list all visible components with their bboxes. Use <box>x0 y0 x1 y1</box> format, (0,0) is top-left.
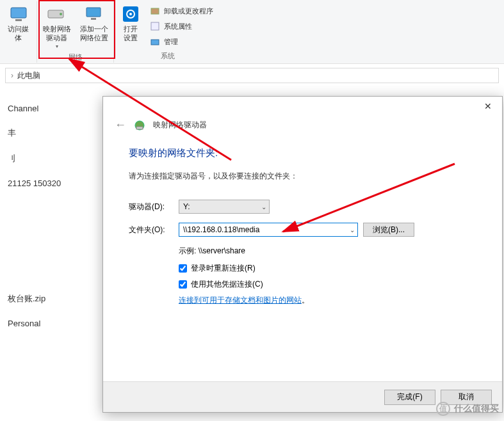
dropdown-chevron-icon: ▾ <box>56 42 58 51</box>
sys-props-label: 系统属性 <box>164 22 192 31</box>
other-credentials-checkbox[interactable] <box>179 280 187 289</box>
svg-rect-10 <box>151 22 159 30</box>
drive-letter-value: Y: <box>183 202 190 211</box>
ribbon-group-media: 访问媒体 <box>0 1 37 63</box>
svg-rect-11 <box>151 40 159 45</box>
svg-rect-4 <box>86 8 101 17</box>
svg-rect-1 <box>15 19 22 21</box>
watermark-badge-icon: 值 <box>436 402 450 416</box>
open-settings-button[interactable]: 打开 设置 <box>117 3 145 50</box>
open-settings-label: 打开 设置 <box>124 24 138 42</box>
close-icon: ✕ <box>484 101 492 111</box>
tools-icon <box>150 36 160 47</box>
breadcrumb-text: 此电脑 <box>17 70 40 81</box>
drive-network-icon <box>134 120 145 131</box>
connect-website-link[interactable]: 连接到可用于存储文档和图片的网站 <box>179 296 302 305</box>
watermark: 值 什么值得买 <box>436 402 499 416</box>
map-network-drive-dialog: ✕ ← 映射网络驱动器 要映射的网络文件夹: 请为连接指定驱动器号，以及你要连接… <box>102 96 503 413</box>
manage-button[interactable]: 管理 <box>150 35 213 49</box>
add-location-label: 添加一个 网络位置 <box>80 24 108 42</box>
link-period: 。 <box>302 296 309 305</box>
uninstall-programs-button[interactable]: 卸载或更改程序 <box>150 4 213 18</box>
dialog-heading: 要映射的网络文件夹: <box>129 147 476 159</box>
browse-button[interactable]: 浏览(B)... <box>363 223 414 237</box>
example-text: 示例: \\server\share <box>179 246 476 257</box>
ribbon-group-system: 打开 设置 卸载或更改程序 系统属性 管理 系统 <box>114 1 221 63</box>
reconnect-checkbox[interactable] <box>179 264 187 273</box>
finish-button[interactable]: 完成(F) <box>384 390 435 405</box>
close-button[interactable]: ✕ <box>473 97 502 116</box>
box-icon <box>150 6 160 16</box>
ribbon: 访问媒体 映射网络 驱动器 ▾ 添加一个 网络位置 网络 <box>0 0 504 64</box>
map-network-drive-button[interactable]: 映射网络 驱动器 ▾ <box>39 3 75 52</box>
folder-path-combo[interactable]: ⌄ <box>179 223 358 237</box>
group-label-system: 系统 <box>161 51 175 61</box>
access-media-button[interactable]: 访问媒体 <box>3 3 34 44</box>
dialog-titlebar: ✕ <box>103 97 502 116</box>
uninstall-label: 卸载或更改程序 <box>164 6 213 16</box>
folder-label: 文件夹(O): <box>129 225 179 235</box>
window-icon <box>150 21 160 31</box>
monitor-icon <box>84 4 104 24</box>
dialog-title: 映射网络驱动器 <box>153 120 207 131</box>
chevron-down-icon: ⌄ <box>350 226 355 234</box>
manage-label: 管理 <box>164 37 178 47</box>
chevron-down-icon: ⌄ <box>261 203 266 210</box>
other-credentials-label: 使用其他凭据连接(C) <box>191 279 263 290</box>
svg-rect-5 <box>91 18 96 20</box>
add-network-location-button[interactable]: 添加一个 网络位置 <box>76 3 112 52</box>
ribbon-group-network: 映射网络 驱动器 ▾ 添加一个 网络位置 网络 <box>37 1 114 63</box>
system-properties-button[interactable]: 系统属性 <box>150 19 213 33</box>
dialog-subtext: 请为连接指定驱动器号，以及你要连接的文件夹： <box>129 171 476 182</box>
svg-point-8 <box>129 13 132 15</box>
drive-letter-combo[interactable]: Y: ⌄ <box>179 200 270 214</box>
map-drive-label: 映射网络 驱动器 <box>43 24 71 42</box>
reconnect-label: 登录时重新连接(R) <box>191 263 256 274</box>
drive-icon <box>47 4 67 24</box>
group-label-network: 网络 <box>69 52 83 62</box>
drive-label: 驱动器(D): <box>129 202 179 212</box>
svg-rect-9 <box>151 8 159 14</box>
folder-path-input[interactable] <box>183 225 350 234</box>
svg-rect-0 <box>11 8 26 18</box>
access-media-label: 访问媒体 <box>6 24 30 42</box>
svg-point-3 <box>60 13 62 15</box>
watermark-text: 什么值得买 <box>454 403 499 415</box>
breadcrumb[interactable]: › 此电脑 <box>5 68 499 83</box>
breadcrumb-sep: › <box>11 71 13 80</box>
gear-icon <box>120 4 141 24</box>
svg-rect-13 <box>136 127 143 129</box>
media-icon <box>8 4 29 24</box>
back-button[interactable]: ← <box>115 118 126 132</box>
